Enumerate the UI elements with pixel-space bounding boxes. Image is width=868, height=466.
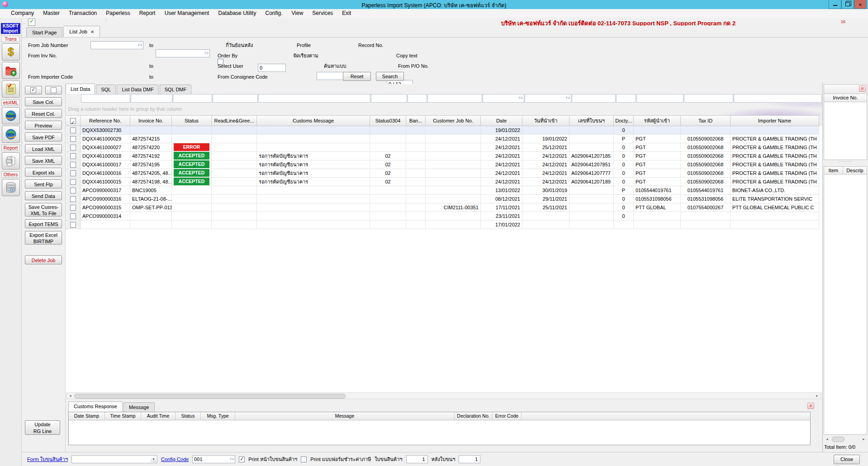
invoice-no-column-header[interactable]: Invoice No. — [824, 94, 867, 102]
grid-tab-list-data[interactable]: List Data — [66, 84, 95, 94]
filter-cell-importer_code[interactable] — [636, 94, 683, 103]
sidebar-button-folder[interactable] — [2, 62, 20, 79]
response-column-audit-time[interactable]: Audit Time — [141, 412, 175, 420]
column-header-customer_job_no[interactable]: Customer Job No. — [426, 115, 481, 126]
item-list[interactable] — [824, 174, 867, 435]
table-row[interactable]: APCO990000316ELTAOG-21-08-...08/12/20212… — [66, 195, 822, 203]
response-column-date-stamp[interactable]: Date Stamp — [69, 412, 105, 420]
delete-job-button[interactable]: Delete Job — [25, 255, 62, 264]
filter-cell-customer_job_no[interactable] — [427, 94, 482, 103]
sidebar-button-database[interactable] — [2, 179, 20, 196]
filter-cell-ban[interactable] — [408, 94, 427, 103]
export-xls-button[interactable]: Export xls — [25, 168, 62, 177]
row-checkbox[interactable] — [70, 196, 76, 202]
menu-item-company[interactable]: Company — [6, 9, 38, 18]
column-header-importer_name[interactable]: Importer Name — [730, 115, 819, 126]
column-header-importer_code[interactable]: รหัสผู้นำเข้า — [634, 115, 681, 126]
tab-close-icon[interactable] — [90, 29, 94, 34]
item-column-header[interactable]: Item — [824, 166, 843, 174]
table-row[interactable]: APCO99000031423/11/20210 — [66, 212, 822, 221]
grid-tab-sql-dmf[interactable]: SQL DMF — [160, 85, 192, 94]
tab-list-job[interactable]: List Job — [63, 26, 100, 37]
load-xml-button[interactable]: Load XML — [25, 144, 62, 153]
copies-decl-input[interactable]: 1 — [406, 455, 428, 463]
menu-item-services[interactable]: Services — [308, 9, 337, 18]
filter-cell-import_date[interactable]: F4 — [525, 94, 571, 103]
sent-ftp-button[interactable]: Sent Ftp — [25, 179, 62, 188]
select-all-checkbox[interactable] — [70, 118, 76, 124]
menu-item-view[interactable]: View — [287, 9, 308, 18]
invoice-list[interactable] — [824, 102, 867, 160]
table-row[interactable]: 17/01/2022 — [66, 221, 822, 229]
save-xml-button[interactable]: Save XML — [25, 156, 62, 165]
print-tax-checkbox[interactable] — [301, 457, 307, 462]
menu-item-database-utility[interactable]: Database Utility — [213, 9, 261, 18]
row-checkbox[interactable] — [70, 136, 76, 142]
scroll-thumb[interactable] — [74, 394, 346, 399]
row-checkbox[interactable] — [70, 205, 76, 211]
row-checkbox[interactable] — [70, 127, 76, 133]
menu-item-transaction[interactable]: Transaction — [64, 9, 101, 18]
horizontal-scrollbar[interactable] — [66, 392, 821, 399]
response-column-message[interactable]: Message — [235, 412, 455, 420]
menu-item-user-management[interactable]: User Management — [160, 9, 214, 18]
from-job-number-to-input[interactable]: F4 — [156, 49, 210, 57]
reset-col-button[interactable]: Reset Col. — [25, 109, 62, 118]
column-header-customs_message[interactable]: Customs Message — [257, 115, 370, 126]
export-excel-birtimp-button[interactable]: Export Excel BIRTIMP — [25, 231, 62, 245]
filter-cell-tax_id[interactable] — [684, 94, 733, 103]
response-column-declaration-no[interactable]: Declaration No. — [455, 412, 493, 420]
scroll-right-icon[interactable] — [814, 393, 820, 398]
column-header-tax_id[interactable]: Tax ID — [681, 115, 730, 126]
filter-cell-status[interactable] — [173, 94, 213, 103]
response-column-msg-type[interactable]: Msg. Type — [201, 412, 235, 420]
grid-tab-sql[interactable]: SQL — [96, 85, 116, 94]
sidebar-button-note[interactable] — [2, 80, 20, 98]
sidebar-button-rcv[interactable]: RCV — [2, 126, 20, 143]
table-row[interactable]: DQXX4610000164872574205, 48...ACCEPTEDรอ… — [66, 169, 822, 178]
sidebar-button-send[interactable]: SEND — [2, 107, 20, 124]
filter-cell-ref[interactable] — [81, 94, 130, 103]
menu-item-exit[interactable]: Exit — [337, 9, 356, 18]
menu-item-master[interactable]: Master — [38, 9, 64, 18]
preview-button[interactable]: Preview — [25, 121, 62, 130]
row-checkbox[interactable] — [70, 170, 76, 176]
row-checkbox[interactable] — [70, 188, 76, 193]
scroll-thumb[interactable] — [832, 437, 844, 442]
search-button[interactable]: Search — [376, 72, 404, 81]
send-data-button[interactable]: Send Data — [25, 191, 62, 200]
row-checkbox[interactable] — [70, 153, 76, 159]
save-pdf-button[interactable]: Save PDF — [25, 132, 62, 141]
item-scrollbar[interactable] — [824, 436, 867, 442]
config-code-input[interactable]: 001F4 — [192, 455, 235, 463]
column-header-import_date[interactable]: วันที่นำเข้า — [522, 115, 569, 126]
column-header-decl_no[interactable]: เลขที่ใบขนฯ — [569, 115, 614, 126]
copies-back-input[interactable]: 1 — [459, 455, 480, 463]
table-row[interactable]: DQXX4610000174872574195ACCEPTEDรอการตัดบ… — [66, 160, 822, 169]
scroll-left-icon[interactable] — [824, 437, 830, 442]
form-link[interactable]: Form ใบขนสินค้าฯ — [27, 455, 68, 463]
table-row[interactable]: DQXX461000029487257421524/12/202119/01/2… — [66, 135, 822, 143]
row-checkbox[interactable] — [70, 213, 76, 219]
table-row[interactable]: DQXX4610000154872574198, 48...ACCEPTEDรอ… — [66, 178, 822, 186]
table-row[interactable]: DQXX4610000274872574220ERROR24/12/202125… — [66, 143, 822, 152]
column-header-status[interactable]: Status — [172, 115, 212, 126]
config-code-link[interactable]: Config Code — [161, 457, 189, 462]
menu-item-report[interactable]: Report — [135, 9, 160, 18]
filter-cell-decl_no[interactable] — [572, 94, 616, 103]
toolbar-grip-icon[interactable]: ‥ — [23, 20, 26, 25]
reset-button[interactable]: Reset — [343, 72, 371, 81]
form-select[interactable] — [71, 455, 157, 463]
row-checkbox[interactable] — [70, 145, 76, 151]
column-header-docty[interactable]: Docty... — [614, 115, 634, 126]
filter-cell-importer_name[interactable] — [734, 94, 822, 103]
row-checkbox[interactable] — [70, 162, 76, 168]
export-tems-button[interactable]: Export TEMS — [25, 219, 62, 228]
from-job-number-from-input[interactable]: F4 — [90, 41, 143, 49]
response-column-time-stamp[interactable]: Time Stamp — [105, 412, 141, 420]
filter-cell-invoice[interactable] — [131, 94, 172, 103]
close-window-button[interactable] — [854, 0, 867, 9]
column-header-ref[interactable]: Reference No. — [81, 115, 130, 126]
deselect-all-button[interactable] — [45, 86, 62, 94]
column-header-cb[interactable] — [66, 115, 81, 126]
